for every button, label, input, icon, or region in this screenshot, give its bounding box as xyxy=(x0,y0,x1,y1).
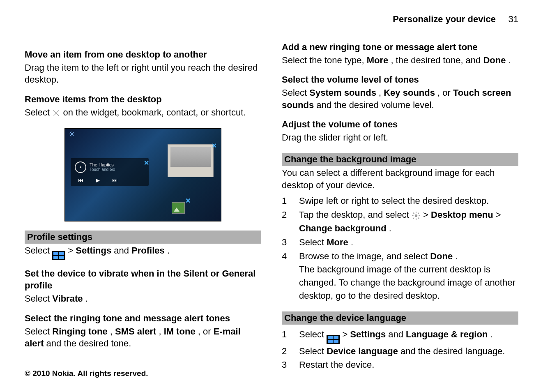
browser-widget xyxy=(168,144,214,177)
text: The background image of the current desk… xyxy=(299,264,515,301)
text: . xyxy=(508,55,511,65)
close-icon: ✕ xyxy=(185,197,191,205)
svg-point-1 xyxy=(415,214,417,217)
paragraph: Select Ringing tone , SMS alert , IM ton… xyxy=(25,325,261,350)
text: > xyxy=(68,245,76,256)
track-subtitle: Touch and Go xyxy=(90,167,115,172)
text: Select > Settings and Language & region … xyxy=(299,328,493,344)
text: Select xyxy=(299,329,327,339)
paragraph: Select Vibrate . xyxy=(25,293,261,305)
svg-line-8 xyxy=(418,213,419,214)
text: Browse to the image, and select xyxy=(299,251,430,261)
text: Select xyxy=(299,237,327,247)
text: Select More . xyxy=(299,236,353,249)
section-title: Personalize your device xyxy=(393,14,496,24)
app-grid-icon xyxy=(52,251,65,260)
text: Browse to the image, and select Done . T… xyxy=(299,250,518,302)
music-widget: The Haptics Touch and Go ⏮ ▶ ⏭ xyxy=(71,158,149,186)
heading-volume-level: Select the volume level of tones xyxy=(282,74,518,86)
text: . xyxy=(455,251,458,261)
menu-item: Settings xyxy=(76,245,111,256)
menu-item: Key sounds xyxy=(384,88,435,98)
close-icon: ✕ xyxy=(144,159,149,167)
text: Restart the device. xyxy=(299,358,374,371)
menu-item: Device language xyxy=(327,346,398,356)
page-number: 31 xyxy=(508,14,518,24)
list-item: 1Swipe left or right to select the desir… xyxy=(282,194,518,208)
text: , or xyxy=(437,88,453,98)
menu-item: Done xyxy=(430,251,453,261)
next-icon: ⏭ xyxy=(112,177,117,183)
text: and the desired tone. xyxy=(46,338,131,348)
paragraph: You can select a different background im… xyxy=(282,167,518,191)
menu-item: Profiles xyxy=(131,245,165,256)
close-x-icon xyxy=(52,107,60,119)
copyright-footer: © 2010 Nokia. All rights reserved. xyxy=(25,369,148,378)
menu-item: Vibrate xyxy=(52,293,83,304)
text: , xyxy=(110,326,115,337)
menu-item: Settings xyxy=(350,329,386,339)
text: . xyxy=(490,329,492,339)
app-grid-icon xyxy=(327,335,340,344)
text: Select xyxy=(299,346,327,356)
steps-background: 1Swipe left or right to select the desir… xyxy=(282,194,518,302)
text: , or xyxy=(198,326,214,337)
album-icon xyxy=(75,161,86,173)
menu-item: Ringing tone xyxy=(52,326,107,337)
section-bar-profile: Profile settings xyxy=(25,231,261,244)
list-item: 4 Browse to the image, and select Done .… xyxy=(282,250,518,302)
text: . xyxy=(351,237,353,247)
heading-add-tone: Add a new ringing tone or message alert … xyxy=(282,41,518,53)
text: Select the tone type, xyxy=(282,55,367,65)
gear-icon xyxy=(412,209,421,222)
svg-line-6 xyxy=(413,213,414,214)
content-columns: Move an item from one desktop to another… xyxy=(25,41,518,371)
right-column: Add a new ringing tone or message alert … xyxy=(282,41,518,371)
paragraph: Select System sounds , Key sounds , or T… xyxy=(282,87,518,111)
list-item: 1 Select > Settings and Language & regio… xyxy=(282,328,518,344)
text: > xyxy=(423,210,431,220)
svg-point-0 xyxy=(71,133,73,135)
text: Select xyxy=(25,326,52,337)
text: . xyxy=(167,245,170,256)
paragraph: Drag the slider right or left. xyxy=(282,131,518,144)
section-bar-background: Change the background image xyxy=(282,153,518,166)
page: Personalize your device 31 Move an item … xyxy=(0,0,543,392)
menu-item: Desktop menu xyxy=(431,210,493,220)
text: > xyxy=(496,210,501,220)
text: Select xyxy=(25,107,52,118)
text: and xyxy=(114,245,131,256)
menu-item: Language & region xyxy=(406,329,488,339)
running-header: Personalize your device 31 xyxy=(393,14,518,25)
text: Select xyxy=(25,293,52,304)
text: Tap the desktop, and select > Desktop me… xyxy=(299,208,518,235)
text: . xyxy=(85,293,88,304)
text: Swipe left or right to select the desire… xyxy=(299,194,489,208)
list-item: 2 Tap the desktop, and select > Desktop … xyxy=(282,208,518,235)
text: and the desired volume level. xyxy=(316,100,434,110)
menu-item: IM tone xyxy=(164,326,196,337)
music-controls: ⏮ ▶ ⏭ xyxy=(78,177,145,183)
menu-item: Change background xyxy=(299,223,387,233)
heading-vibrate: Set the device to vibrate when in the Si… xyxy=(25,267,261,292)
text: Select xyxy=(282,88,309,98)
heading-adjust-volume: Adjust the volume of tones xyxy=(282,118,518,131)
text: and xyxy=(388,329,406,339)
text: > xyxy=(342,329,350,339)
text: on the widget, bookmark, contact, or sho… xyxy=(63,107,246,118)
paragraph: Drag the item to the left or right until… xyxy=(25,62,261,86)
text: Tap the desktop, and select xyxy=(299,210,412,220)
menu-item: Done xyxy=(483,55,506,65)
list-item: 3 Select More . xyxy=(282,236,518,249)
paragraph: Select on the widget, bookmark, contact,… xyxy=(25,106,261,119)
play-icon: ▶ xyxy=(96,177,100,183)
close-icon: ✕ xyxy=(212,142,217,150)
text: , the desired tone, and xyxy=(391,55,483,65)
desktop-screenshot: ✕ The Haptics Touch and Go ⏮ ▶ ⏭ xyxy=(64,128,221,221)
heading-remove-items: Remove items from the desktop xyxy=(25,93,261,106)
track-title: The Haptics xyxy=(90,162,115,167)
section-bar-language: Change the device language xyxy=(282,311,518,325)
list-item: 2 Select Device language and the desired… xyxy=(282,345,518,358)
menu-item: More xyxy=(367,55,389,65)
text: Select Device language and the desired l… xyxy=(299,345,505,358)
